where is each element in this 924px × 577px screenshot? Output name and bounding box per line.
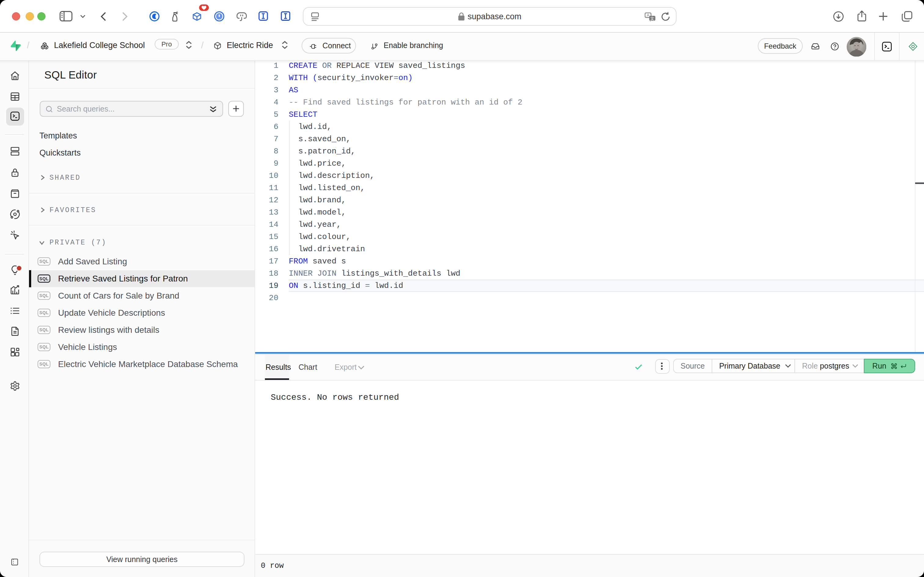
svg-text:文: 文 [650, 16, 654, 21]
svg-text:A: A [647, 13, 649, 18]
